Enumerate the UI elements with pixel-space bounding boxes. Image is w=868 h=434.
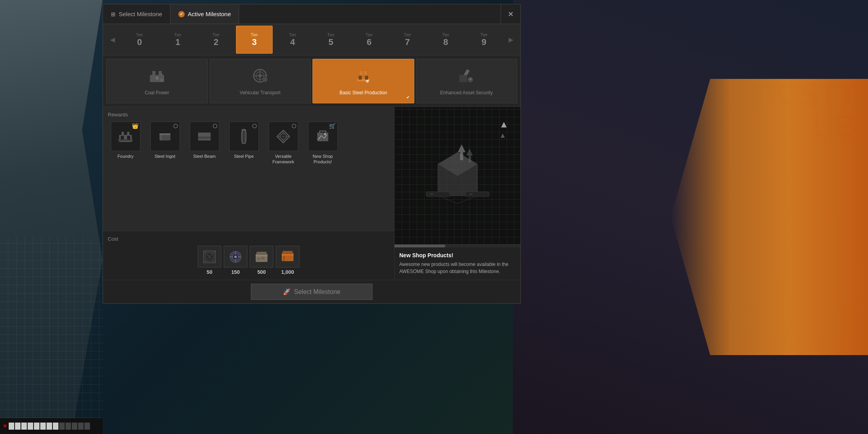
svg-rect-1: [152, 71, 155, 76]
preview-3d-model: [422, 137, 493, 215]
svg-marker-47: [324, 133, 326, 135]
select-milestone-rocket-icon: 🚀: [283, 288, 291, 296]
tier-arrow-left[interactable]: ◀: [105, 24, 120, 55]
basic-steel-production-icon: [355, 67, 372, 88]
tab-select-milestone[interactable]: ⊞ Select Milestone: [103, 4, 170, 24]
svg-rect-24: [122, 132, 124, 136]
tier-num-1: 1: [175, 37, 180, 47]
svg-point-54: [234, 256, 237, 258]
motor-cost-amount: 150: [231, 269, 240, 275]
active-milestone-tab-label: Active Milestone: [188, 11, 231, 17]
rewards-section: Rewards 👑: [103, 107, 394, 231]
bottom-hud: ♥: [0, 418, 103, 434]
coal-power-label: Coal Power: [145, 90, 169, 95]
bottom-bar: 🚀 Select Milestone: [103, 280, 520, 303]
preview-image: ▲ ▲: [395, 107, 520, 244]
steel-beam-badge: ⬡: [213, 123, 217, 129]
new-shop-badge: 🛒: [329, 123, 336, 129]
svg-rect-26: [118, 139, 133, 141]
svg-rect-17: [359, 76, 362, 80]
tier-tab-3[interactable]: Tier 3: [236, 26, 273, 54]
hud-bar-6: [40, 423, 46, 430]
reward-foundry-icon-wrap: 👑: [111, 122, 140, 151]
hud-bar-7: [47, 423, 52, 430]
select-milestone-tab-label: Select Milestone: [119, 11, 162, 17]
svg-point-12: [263, 78, 267, 82]
tier-label-3: Tier: [251, 32, 258, 37]
tier-num-2: 2: [213, 37, 218, 47]
tier-label-0: Tier: [136, 32, 143, 37]
car-detail-decoration: [671, 79, 868, 355]
reward-steel-pipe: ⬡ Steel Pipe: [226, 122, 262, 165]
reward-steel-ingot-icon-wrap: ⬡: [150, 122, 180, 151]
active-milestone-check-icon: ✔: [178, 11, 185, 17]
content-area: Rewards 👑: [103, 107, 520, 280]
motor-cost-icon: [224, 246, 247, 268]
tier-tab-4[interactable]: Tier 4: [274, 26, 311, 54]
svg-rect-14: [360, 71, 363, 75]
cost-concrete: 500: [250, 246, 273, 275]
reward-new-shop-products-icon-wrap: 🛒: [308, 122, 338, 151]
versatile-framework-badge: ⬡: [292, 123, 296, 129]
basic-steel-production-label: Basic Steel Production: [339, 90, 387, 95]
concrete-cost-amount: 500: [257, 269, 266, 275]
arrow-up-2: ▲: [499, 131, 509, 140]
tier-row: ◀ Tier 0 Tier 1 Tier 2 Tier 3 Tier 4 Tie…: [103, 24, 520, 56]
tier-tab-5[interactable]: Tier 5: [312, 26, 349, 54]
svg-point-63: [261, 256, 264, 260]
milestone-basic-steel-production[interactable]: Basic Steel Production ✔: [312, 59, 414, 103]
right-panel: ▲ ▲ New Shop Products! Awesome new produ…: [394, 107, 520, 280]
svg-rect-39: [243, 130, 245, 143]
svg-rect-22: [459, 75, 467, 82]
hud-bars: [9, 423, 90, 430]
tier-tab-9[interactable]: Tier 9: [466, 26, 502, 54]
coal-power-icon: [148, 67, 166, 88]
close-button[interactable]: ✕: [501, 4, 520, 24]
tier-tab-8[interactable]: Tier 8: [427, 26, 464, 54]
title-bar: ⊞ Select Milestone ✔ Active Milestone ✕: [103, 4, 520, 24]
tier-label-2: Tier: [212, 32, 220, 37]
tier-tab-2[interactable]: Tier 2: [198, 26, 234, 54]
tab-active-milestone[interactable]: ✔ Active Milestone: [170, 4, 239, 24]
vehicular-transport-label: Vehicular Transport: [240, 90, 281, 95]
enhanced-asset-security-label: Enhanced Asset Security: [440, 90, 493, 95]
reward-versatile-framework-icon-wrap: ⬡: [269, 122, 298, 151]
milestone-vehicular-transport[interactable]: Vehicular Transport: [210, 59, 311, 103]
rewards-label: Rewards: [108, 112, 389, 118]
rewards-grid: 👑 Foundry: [108, 122, 389, 165]
wire-cost-amount: 50: [207, 269, 212, 275]
hud-bar-5: [34, 423, 39, 430]
svg-rect-18: [365, 76, 368, 80]
tier-tab-7[interactable]: Tier 7: [389, 26, 426, 54]
reward-foundry: 👑 Foundry: [108, 122, 143, 165]
cost-section: Cost 50: [103, 231, 394, 280]
hud-bar-12: [78, 423, 84, 430]
cost-items: 50: [108, 246, 389, 275]
foundry-label: Foundry: [118, 153, 133, 159]
preview-title: New Shop Products!: [399, 252, 516, 258]
reward-new-shop-products: 🛒 New Shop Products!: [305, 122, 340, 165]
preview-scrollbar[interactable]: [395, 244, 520, 247]
versatile-framework-label: Versatile Framework: [266, 153, 301, 165]
hud-bar-4: [28, 423, 33, 430]
tier-label-5: Tier: [327, 32, 335, 37]
select-milestone-button[interactable]: 🚀 Select Milestone: [251, 284, 372, 300]
tier-tab-1[interactable]: Tier 1: [159, 26, 196, 54]
tier-num-9: 9: [481, 37, 486, 47]
hud-bar-10: [65, 423, 71, 430]
concrete-cost-icon: [250, 246, 273, 268]
milestone-coal-power[interactable]: Coal Power: [106, 59, 208, 103]
tier-arrow-right[interactable]: ▶: [503, 24, 519, 55]
tier-label-1: Tier: [174, 32, 181, 37]
hud-bar-1: [9, 423, 14, 430]
tier-tab-0[interactable]: Tier 0: [121, 26, 158, 54]
svg-rect-61: [256, 252, 267, 255]
svg-rect-33: [198, 137, 211, 139]
milestone-enhanced-asset-security[interactable]: Enhanced Asset Security: [416, 59, 518, 103]
arrow-up-1: ▲: [499, 119, 509, 130]
steel-pipe-label: Steel Pipe: [234, 153, 254, 159]
tier-tab-6[interactable]: Tier 6: [351, 26, 387, 54]
svg-rect-69: [426, 192, 450, 196]
vehicular-transport-icon: [251, 67, 269, 88]
hud-bar-2: [15, 423, 21, 430]
